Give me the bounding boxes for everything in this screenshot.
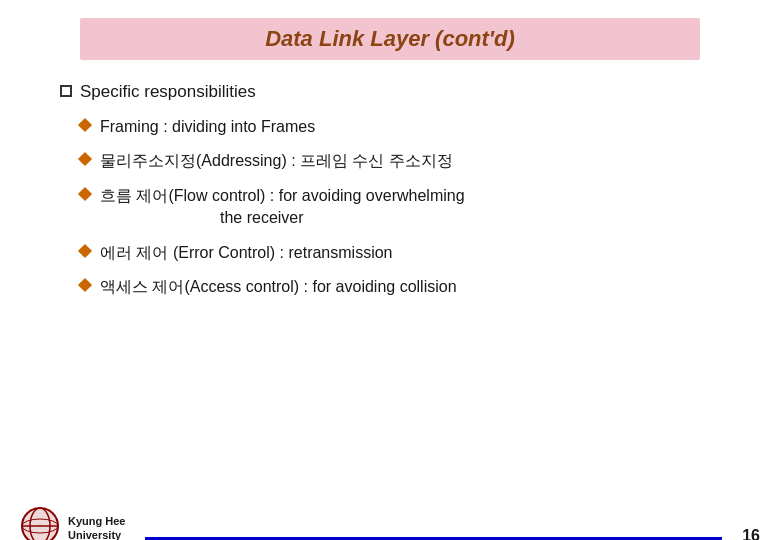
main-bullet-text: Specific responsibilities: [80, 82, 256, 102]
bullet-flow-text: 흐름 제어(Flow control) : for avoiding overw…: [100, 185, 465, 230]
page-number: 16: [742, 527, 760, 540]
title-bar: Data Link Layer (cont'd): [80, 18, 700, 60]
footer: Kyung Hee University 16: [0, 498, 780, 540]
bullet-framing-text: Framing : dividing into Frames: [100, 116, 315, 138]
diamond-bullet-icon: [78, 152, 92, 166]
diamond-bullet-icon: [78, 187, 92, 201]
slide-title: Data Link Layer (cont'd): [265, 26, 515, 51]
bullet-framing: Framing : dividing into Frames: [80, 116, 720, 138]
slide: Data Link Layer (cont'd) Specific respon…: [0, 18, 780, 540]
bullet-addressing: 물리주소지정(Addressing) : 프레임 수신 주소지정: [80, 150, 720, 172]
bullet-error-text: 에러 제어 (Error Control) : retransmission: [100, 242, 393, 264]
bullet-access-text: 액세스 제어(Access control) : for avoiding co…: [100, 276, 457, 298]
footer-university-line1: Kyung Hee: [68, 514, 125, 528]
bullet-access-control: 액세스 제어(Access control) : for avoiding co…: [80, 276, 720, 298]
footer-university-info: Kyung Hee University: [68, 514, 125, 540]
diamond-bullet-icon: [78, 118, 92, 132]
content-area: Specific responsibilities Framing : divi…: [0, 60, 780, 320]
footer-university-line2: University: [68, 528, 125, 540]
diamond-bullet-icon: [78, 243, 92, 257]
bullet-addressing-text: 물리주소지정(Addressing) : 프레임 수신 주소지정: [100, 150, 453, 172]
university-logo: [20, 506, 60, 540]
square-bullet-icon: [60, 85, 72, 97]
footer-logo-container: [20, 506, 60, 540]
bullet-flow-control: 흐름 제어(Flow control) : for avoiding overw…: [80, 185, 720, 230]
diamond-bullet-icon: [78, 278, 92, 292]
bullet-error-control: 에러 제어 (Error Control) : retransmission: [80, 242, 720, 264]
main-bullet-item: Specific responsibilities: [60, 82, 720, 102]
